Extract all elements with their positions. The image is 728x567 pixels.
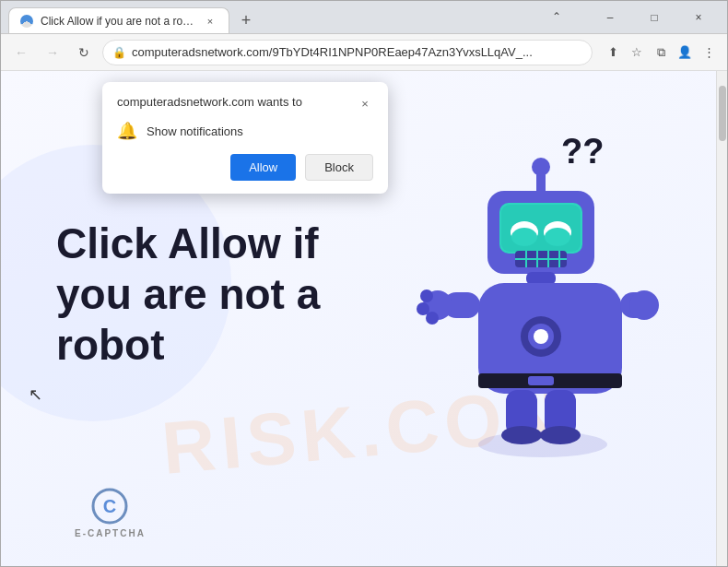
bell-icon: 🔔 xyxy=(117,121,137,141)
address-bar: ← → ↻ 🔒 computeradsnetwork.com/9TbYDt4RI… xyxy=(1,34,727,71)
new-tab-button[interactable]: + xyxy=(233,7,259,33)
tab-close-button[interactable]: × xyxy=(203,14,217,29)
svg-point-33 xyxy=(501,426,542,444)
svg-text:??: ?? xyxy=(561,132,604,171)
profile-icon[interactable]: 👤 xyxy=(674,41,696,64)
tab-search-icon[interactable]: ⧉ xyxy=(650,41,672,64)
minimize-button[interactable]: – xyxy=(589,5,631,30)
active-tab[interactable]: Click Allow if you are not a robot × xyxy=(8,7,229,33)
popup-buttons: Allow Block xyxy=(117,154,373,181)
heading-line2: you are not a xyxy=(56,270,320,318)
content-area: RISK.CON Click Allow if you are not a ro… xyxy=(1,71,727,566)
toolbar-icons: ⬆ ☆ ⧉ 👤 ⋮ xyxy=(602,41,720,64)
menu-icon[interactable]: ⋮ xyxy=(698,41,720,64)
svg-rect-23 xyxy=(528,376,554,385)
popup-close-button[interactable]: × xyxy=(357,95,373,112)
address-input[interactable]: 🔒 computeradsnetwork.com/9TbYDt4RI1NPNP0… xyxy=(102,40,593,65)
share-icon[interactable]: ⬆ xyxy=(602,41,624,64)
ecaptcha-area: C E-CAPTCHA xyxy=(75,488,146,538)
heading-line1: Click Allow if xyxy=(56,219,319,267)
svg-point-27 xyxy=(417,302,429,315)
popup-permission-row: 🔔 Show notifications xyxy=(117,121,373,141)
svg-point-10 xyxy=(545,228,570,246)
back-button[interactable]: ← xyxy=(8,40,34,65)
svg-point-3 xyxy=(532,158,550,176)
forward-button[interactable]: → xyxy=(40,40,65,65)
popup-title: computeradsnetwork.com wants to xyxy=(117,95,302,109)
webpage: RISK.CON Click Allow if you are not a ro… xyxy=(1,71,727,566)
lock-icon: 🔒 xyxy=(112,46,126,59)
block-button[interactable]: Block xyxy=(305,154,373,181)
browser-chevron-button[interactable]: ⌃ xyxy=(535,4,578,30)
ecaptcha-logo-icon: C xyxy=(91,488,128,525)
scrollbar[interactable] xyxy=(716,71,727,566)
robot-illustration: ?? xyxy=(414,108,672,458)
close-button[interactable]: × xyxy=(677,5,720,30)
window-controls: – □ × xyxy=(589,5,720,30)
tab-area: Click Allow if you are not a robot × + ⌃ xyxy=(8,1,578,33)
popup-header: computeradsnetwork.com wants to × xyxy=(117,95,373,112)
scroll-thumb[interactable] xyxy=(719,86,726,141)
svg-point-34 xyxy=(540,426,581,444)
svg-point-30 xyxy=(629,290,659,320)
svg-rect-17 xyxy=(526,272,556,285)
ecaptcha-label: E-CAPTCHA xyxy=(75,528,146,538)
refresh-button[interactable]: ↻ xyxy=(71,40,97,65)
permission-text: Show notifications xyxy=(147,124,243,138)
allow-button[interactable]: Allow xyxy=(230,154,296,181)
tab-title: Click Allow if you are not a robot xyxy=(41,15,195,28)
svg-point-9 xyxy=(511,228,537,246)
title-bar: Click Allow if you are not a robot × + ⌃… xyxy=(1,1,727,34)
maximize-button[interactable]: □ xyxy=(633,5,675,30)
svg-point-26 xyxy=(420,289,433,302)
browser-window: Click Allow if you are not a robot × + ⌃… xyxy=(0,0,728,567)
url-text: computeradsnetwork.com/9TbYDt4RI1NPNP0RE… xyxy=(132,45,582,59)
page-heading: Click Allow if you are not a robot xyxy=(56,219,320,372)
heading-line3: robot xyxy=(56,321,165,369)
svg-point-21 xyxy=(534,329,548,344)
notification-popup: computeradsnetwork.com wants to × 🔔 Show… xyxy=(102,82,388,194)
bookmark-icon[interactable]: ☆ xyxy=(626,41,648,64)
svg-text:C: C xyxy=(103,496,116,516)
svg-point-28 xyxy=(426,312,439,325)
tab-favicon xyxy=(20,15,33,28)
